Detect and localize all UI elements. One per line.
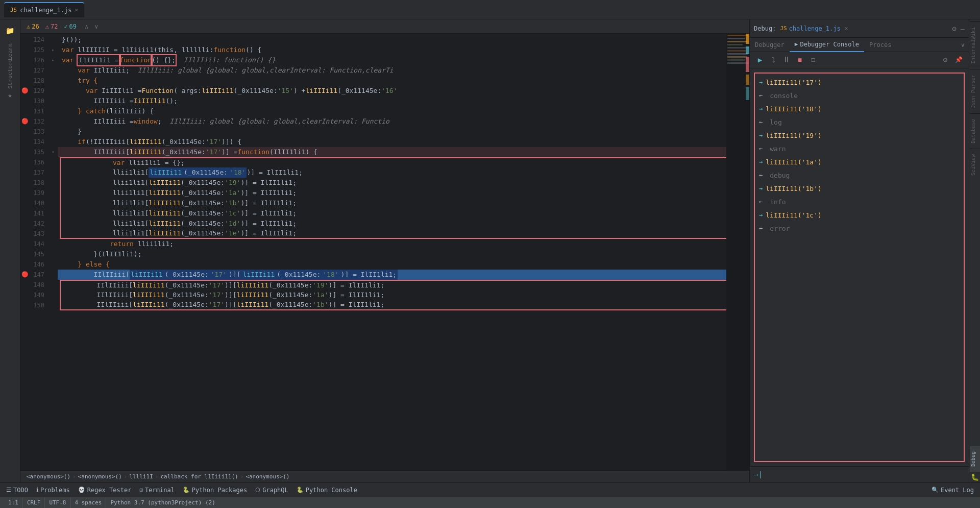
error-badge: ⚠ 72 xyxy=(45,23,58,30)
ln-146: 146 xyxy=(20,259,44,270)
terminal-button[interactable]: ⊡ Terminal xyxy=(135,485,178,496)
console-item-7[interactable]: ← debug xyxy=(755,168,964,182)
python-packages-icon: 🐍 xyxy=(183,487,190,493)
console-item-9[interactable]: ← info xyxy=(755,195,964,208)
debug-minimize-icon[interactable]: — xyxy=(961,25,965,33)
ln-145: 145 xyxy=(20,249,44,259)
arrow-left-7: ← xyxy=(759,172,763,179)
stop-button[interactable]: ■ xyxy=(794,54,806,66)
debug-settings-icon[interactable]: ⚙ xyxy=(952,25,956,33)
breadcrumb-sep-3: › xyxy=(155,473,159,480)
python-console-button[interactable]: 🐍 Python Console xyxy=(292,485,361,496)
regex-tester-button[interactable]: 💀 Regex Tester xyxy=(74,485,136,496)
graphql-icon: ⬡ xyxy=(255,487,260,493)
console-text-7: debug xyxy=(770,172,790,179)
close-icon[interactable]: ✕ xyxy=(75,7,78,13)
svg-rect-14 xyxy=(746,75,749,85)
editor-panel: ⚠ 26 ⚠ 72 ✓ 69 ∧ ∨ 124 125 126 127 128 🔴 xyxy=(20,19,749,482)
status-position[interactable]: 1:1 xyxy=(4,497,23,508)
ln-149: 149 xyxy=(20,290,44,300)
expand-icon[interactable]: ∧ xyxy=(85,23,88,30)
console-item-0[interactable]: → liIIIi11('17') xyxy=(755,76,964,89)
tab-challenge-js[interactable]: JS challenge_1.js ✕ xyxy=(4,2,84,17)
status-bar: 1:1 CRLF UTF-8 4 spaces Python 3.7 (pyth… xyxy=(0,497,980,508)
event-log-button[interactable]: 🔍 Event Log xyxy=(927,485,978,496)
code-content[interactable]: }()); var llIIII1I = l1Iiiii1(this, llll… xyxy=(58,34,726,470)
sidebar-item-favorites[interactable]: ★ xyxy=(3,88,17,102)
console-text-8: liIIIi11('1b') xyxy=(766,185,822,192)
code-line-133: } xyxy=(58,127,726,137)
code-line-131: } catch (liilIIii) { xyxy=(58,106,726,116)
console-item-3[interactable]: ← log xyxy=(755,115,964,129)
collapse-icon[interactable]: ∨ xyxy=(94,23,98,30)
console-item-8[interactable]: → liIIIi11('1b') xyxy=(755,182,964,195)
ln-134: 134 xyxy=(20,137,44,147)
warning-icon: ℹ xyxy=(36,487,38,493)
breakpoint-indicator-129: 🔴 xyxy=(21,86,29,96)
todo-button[interactable]: ☰ TODO xyxy=(2,485,32,496)
terminal-icon: ⊡ xyxy=(139,487,143,493)
graphql-label: GraphQL xyxy=(262,487,288,494)
tab-debugger[interactable]: Debugger xyxy=(750,38,790,52)
sidebar-item-internalwiki[interactable]: InternalWiki xyxy=(970,21,980,69)
status-indent[interactable]: 4 spaces xyxy=(71,497,107,508)
debug-filename: challenge_1.js xyxy=(789,25,841,32)
sidebar-item-project[interactable]: 📁 xyxy=(3,23,17,38)
graphql-button[interactable]: ⬡ GraphQL xyxy=(251,485,292,496)
tab-proces[interactable]: Proces xyxy=(864,38,896,52)
debug-toolbar: ▶ ⤵ ⏸ ■ ⊟ ⚙ 📌 xyxy=(750,52,969,68)
python-packages-button[interactable]: 🐍 Python Packages xyxy=(179,485,251,496)
tab-debugger-console[interactable]: ▶ Debugger Console xyxy=(790,38,864,52)
pause-button[interactable]: ⏸ xyxy=(780,54,793,66)
console-item-11[interactable]: ← error xyxy=(755,222,964,235)
debug-console-area[interactable]: → liIIIi11('17') ← console → liIIIi11('1… xyxy=(750,68,969,466)
console-item-2[interactable]: → liIIIi11('18') xyxy=(755,102,964,115)
code-line-128: try { xyxy=(58,76,726,86)
filter-button[interactable]: ⊟ xyxy=(807,54,819,66)
ln-144: 144 xyxy=(20,239,44,249)
settings-debug-button[interactable]: ⚙ xyxy=(939,54,951,66)
editor-toolbar: ⚠ 26 ⚠ 72 ✓ 69 ∧ ∨ xyxy=(20,19,749,34)
code-area[interactable]: 124 125 126 127 128 🔴 129 130 131 🔴 132 xyxy=(20,34,749,470)
debug-bug-icon[interactable]: 🐛 xyxy=(970,472,980,482)
breadcrumb-item-1[interactable]: <anonymous>() xyxy=(27,473,70,480)
sidebar-item-learn[interactable]: Learn xyxy=(3,45,17,59)
svg-rect-9 xyxy=(727,59,745,61)
status-encoding[interactable]: UTF-8 xyxy=(45,497,70,508)
sidebar-item-structure[interactable]: Structure xyxy=(3,66,17,81)
expand-debug-icon[interactable]: ∨ xyxy=(957,41,969,49)
console-text-9: info xyxy=(770,198,786,206)
step-over-button[interactable]: ⤵ xyxy=(767,54,779,66)
code-line-140: llii1li1[liIIIi11(_0x11145e: '1b')] = Il… xyxy=(60,198,726,208)
pin-debug-button[interactable]: 📌 xyxy=(952,54,965,66)
problems-label: Problems xyxy=(40,487,70,494)
sidebar-item-database[interactable]: Database xyxy=(970,113,980,149)
console-text-5: warn xyxy=(770,145,786,153)
debug-close-icon[interactable]: ✕ xyxy=(845,25,848,32)
breadcrumb-item-2[interactable]: <anonymous>() xyxy=(78,473,122,480)
console-item-6[interactable]: → liIIIi11('1a') xyxy=(755,155,964,168)
console-item-5[interactable]: ← warn xyxy=(755,142,964,155)
code-line-135: IIlIIiii[liIIIi11(_0x11145e: '17')] = fu… xyxy=(58,147,726,157)
sidebar-item-debug[interactable]: Debug xyxy=(970,446,980,472)
ln-135: 135 xyxy=(20,147,44,157)
sidebar-item-json-parser[interactable]: Json Parser xyxy=(970,69,980,113)
resume-button[interactable]: ▶ xyxy=(754,54,766,66)
status-language[interactable]: Python 3.7 (python3Project) (2) xyxy=(106,497,219,508)
console-item-1[interactable]: ← console xyxy=(755,89,964,102)
breadcrumb-item-3[interactable]: lllli1I xyxy=(129,473,153,480)
debug-console-input[interactable] xyxy=(766,471,965,478)
breadcrumb-item-5[interactable]: <anonymous>() xyxy=(246,473,289,480)
svg-rect-15 xyxy=(746,87,749,100)
problems-button[interactable]: ℹ Problems xyxy=(32,485,74,496)
breadcrumb-item-4[interactable]: callback for l1Iiii11() xyxy=(160,473,238,480)
sidebar-item-sciview[interactable]: SciView xyxy=(970,149,980,181)
svg-rect-12 xyxy=(746,46,749,54)
ln-142: 142 xyxy=(20,219,44,229)
ln-132: 🔴 132 xyxy=(20,116,44,127)
console-item-10[interactable]: → liIIIi11('1c') xyxy=(755,208,964,222)
console-item-4[interactable]: → liIIIi11('19') xyxy=(755,129,964,142)
ln-128: 128 xyxy=(20,76,44,86)
bottom-toolbar: ☰ TODO ℹ Problems 💀 Regex Tester ⊡ Termi… xyxy=(0,482,980,497)
status-crlf[interactable]: CRLF xyxy=(23,497,45,508)
